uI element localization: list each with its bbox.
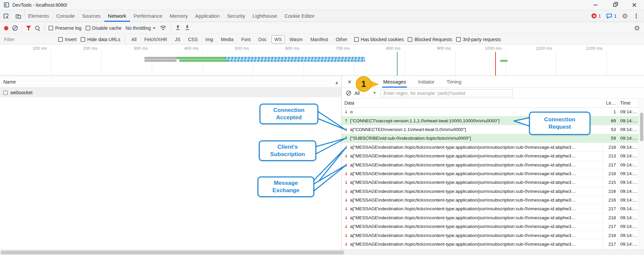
- detail-tab[interactable]: Timing: [446, 76, 462, 88]
- checkbox-icon[interactable]: [86, 26, 90, 30]
- third-party-requests-checkbox[interactable]: 3rd-party requests: [456, 37, 501, 42]
- devtools-tab[interactable]: Elements: [24, 10, 53, 22]
- settings-gear-icon[interactable]: [622, 12, 628, 20]
- checkbox-icon[interactable]: [81, 37, 85, 42]
- waterfall-bar: [144, 57, 178, 59]
- checkbox-icon[interactable]: [408, 37, 412, 42]
- divider: [171, 25, 171, 31]
- minimize-button[interactable]: [586, 0, 605, 10]
- message-row[interactable]: a["MESSAGE\ndestination:/topic/ticks\nco…: [342, 187, 639, 196]
- column-header-time[interactable]: Time: [618, 99, 639, 107]
- message-text: o: [350, 109, 353, 114]
- resource-type-filter[interactable]: JS: [172, 35, 183, 43]
- checkbox-icon[interactable]: [456, 37, 461, 42]
- devtools-tab[interactable]: Sources: [79, 10, 104, 22]
- clear-messages-icon[interactable]: [346, 91, 351, 96]
- timeline-overview[interactable]: 100 ms 200 ms 300 ms 400 ms 500 ms 600 m…: [0, 44, 644, 76]
- record-button[interactable]: [4, 26, 8, 30]
- message-row[interactable]: a["MESSAGE\ndestination:/topic/ticks\nco…: [342, 240, 639, 249]
- close-detail-button[interactable]: [346, 76, 353, 88]
- message-row[interactable]: a["MESSAGE\ndestination:/topic/ticks\nco…: [342, 231, 639, 240]
- inspect-element-button[interactable]: [0, 10, 12, 22]
- column-header-length[interactable]: Le…: [603, 99, 618, 107]
- export-har-button[interactable]: [185, 25, 190, 31]
- issues-badge[interactable]: 1: [606, 13, 617, 19]
- resource-type-filter[interactable]: WS: [272, 35, 285, 43]
- titlebar: DevTools - localhost:8080/: [0, 0, 644, 10]
- message-row[interactable]: a["MESSAGE\ndestination:/topic/ticks\nco…: [342, 169, 639, 178]
- more-options-icon[interactable]: [633, 12, 639, 20]
- resource-type-filter[interactable]: All: [129, 35, 139, 43]
- device-toolbar-button[interactable]: [12, 10, 24, 22]
- message-row[interactable]: a["MESSAGE\ndestination:/topic/ticks\nco…: [342, 196, 639, 205]
- devtools-tab[interactable]: Network: [104, 10, 130, 22]
- resource-type-filter[interactable]: CSS: [185, 35, 200, 43]
- chevron-down-icon: [373, 92, 376, 94]
- message-time-cell: 09:14:…: [618, 152, 639, 160]
- message-time-cell: 09:14:…: [618, 116, 639, 125]
- detail-tab[interactable]: Messages: [382, 76, 407, 88]
- clear-button[interactable]: [12, 25, 18, 31]
- hide-data-urls-checkbox[interactable]: Hide data URLs: [81, 37, 120, 42]
- close-window-button[interactable]: [625, 0, 644, 10]
- message-row[interactable]: a["MESSAGE\ndestination:/topic/ticks\nco…: [342, 143, 639, 152]
- devtools-tab[interactable]: Cookie Editor: [281, 10, 318, 22]
- throttling-dropdown[interactable]: No throttling: [126, 25, 155, 31]
- resource-type-filter[interactable]: Manifest: [308, 35, 331, 43]
- message-text: a["MESSAGE\ndestination:/topic/ticks\nco…: [350, 242, 576, 247]
- messages-scrollbar[interactable]: [639, 99, 644, 250]
- network-conditions-button[interactable]: [159, 25, 167, 31]
- message-row[interactable]: ["CONNECT\naccept-version:1.1,1.0\nheart…: [342, 116, 639, 125]
- message-row[interactable]: o 1 09:14:…: [342, 108, 639, 116]
- network-settings-gear-icon[interactable]: [634, 24, 640, 32]
- filter-funnel-icon[interactable]: [26, 26, 31, 30]
- request-row-websocket[interactable]: websocket: [0, 88, 341, 97]
- message-row[interactable]: a["CONNECTED\nversion:1.1\nheart-beat:0,…: [342, 125, 639, 134]
- resource-type-filter[interactable]: Fetch/XHR: [141, 35, 170, 43]
- scrollbar-thumb[interactable]: [640, 113, 643, 141]
- disable-cache-checkbox[interactable]: Disable cache: [86, 25, 122, 31]
- message-length-cell: 216: [603, 196, 618, 204]
- error-badge[interactable]: 1: [592, 13, 601, 19]
- resource-type-filter[interactable]: Doc: [256, 35, 270, 43]
- checkbox-icon[interactable]: [354, 37, 359, 42]
- search-icon[interactable]: [35, 26, 40, 31]
- resource-type-filter[interactable]: Other: [333, 35, 350, 43]
- devtools-tab[interactable]: Console: [53, 10, 79, 22]
- scrollbar-thumb[interactable]: [1, 251, 344, 254]
- checkbox-icon[interactable]: [48, 26, 53, 30]
- devtools-tab[interactable]: Lighthouse: [249, 10, 281, 22]
- message-row[interactable]: a["MESSAGE\ndestination:/topic/ticks\nco…: [342, 214, 639, 222]
- message-row[interactable]: ["SUBSCRIBE\nid:sub-0\ndestination:/topi…: [342, 134, 639, 143]
- resource-type-filter[interactable]: Font: [239, 35, 253, 43]
- devtools-tab[interactable]: Security: [223, 10, 249, 22]
- devtools-tab[interactable]: Performance: [130, 10, 166, 22]
- message-row[interactable]: a["MESSAGE\ndestination:/topic/ticks\nco…: [342, 205, 639, 213]
- direction-arrow-icon: [344, 136, 349, 141]
- filter-input[interactable]: [4, 37, 54, 42]
- name-column-header[interactable]: Name: [0, 76, 341, 88]
- restore-button[interactable]: [605, 0, 625, 10]
- devtools-tab[interactable]: Memory: [166, 10, 192, 22]
- invert-checkbox[interactable]: Invert: [58, 37, 77, 42]
- import-har-button[interactable]: [175, 25, 181, 31]
- message-data-cell: a["MESSAGE\ndestination:/topic/ticks\nco…: [342, 205, 603, 213]
- message-text: a["MESSAGE\ndestination:/topic/ticks\nco…: [350, 145, 576, 150]
- preserve-log-checkbox[interactable]: Preserve log: [48, 25, 82, 31]
- message-row[interactable]: a["MESSAGE\ndestination:/topic/ticks\nco…: [342, 178, 639, 187]
- resource-type-filter[interactable]: Img: [203, 35, 216, 43]
- resource-type-filter[interactable]: Media: [218, 35, 236, 43]
- checkbox-icon[interactable]: [58, 37, 63, 42]
- devtools-tab[interactable]: Application: [192, 10, 223, 22]
- message-row[interactable]: a["MESSAGE\ndestination:/topic/ticks\nco…: [342, 152, 639, 160]
- resource-type-filter[interactable]: Wasm: [287, 35, 305, 43]
- has-blocked-cookies-label: Has blocked cookies: [361, 37, 404, 42]
- blocked-requests-checkbox[interactable]: Blocked Requests: [408, 37, 452, 42]
- message-row[interactable]: a["MESSAGE\ndestination:/topic/ticks\nco…: [342, 160, 639, 169]
- regex-filter-input[interactable]: [381, 89, 513, 97]
- column-header-data[interactable]: Data: [342, 99, 603, 107]
- has-blocked-cookies-checkbox[interactable]: Has blocked cookies: [354, 37, 404, 42]
- horizontal-scrollbar[interactable]: [0, 250, 644, 255]
- message-row[interactable]: a["MESSAGE\ndestination:/topic/ticks\nco…: [342, 222, 639, 231]
- detail-tab[interactable]: Initiator: [417, 76, 435, 88]
